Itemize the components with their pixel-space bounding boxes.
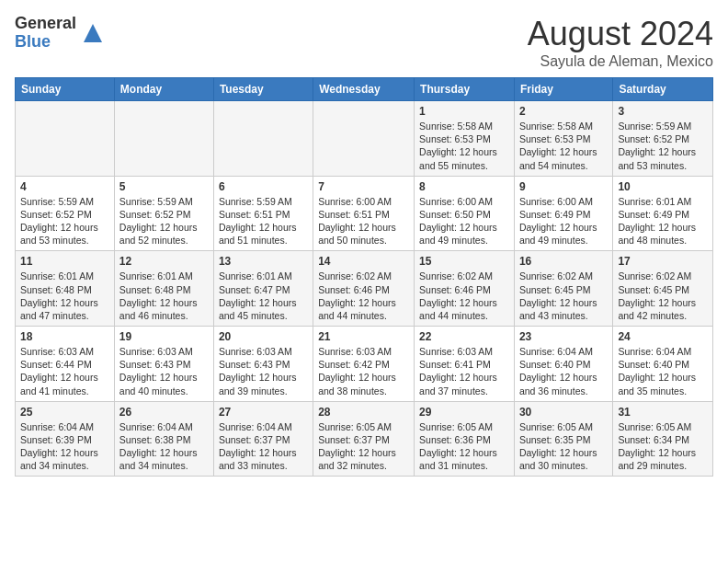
day-number: 30 (519, 406, 608, 419)
logo-text: General Blue (15, 15, 76, 52)
day-cell: 13Sunrise: 6:01 AM Sunset: 6:47 PM Dayli… (213, 251, 313, 327)
day-cell: 19Sunrise: 6:03 AM Sunset: 6:43 PM Dayli… (114, 327, 213, 402)
header-day-sunday: Sunday (16, 78, 115, 101)
week-row-4: 18Sunrise: 6:03 AM Sunset: 6:44 PM Dayli… (16, 327, 713, 402)
day-info: Sunrise: 6:05 AM Sunset: 6:36 PM Dayligh… (419, 421, 497, 472)
week-row-5: 25Sunrise: 6:04 AM Sunset: 6:39 PM Dayli… (16, 401, 713, 477)
day-number: 14 (318, 255, 409, 268)
day-info: Sunrise: 5:58 AM Sunset: 6:53 PM Dayligh… (519, 121, 597, 171)
day-number: 10 (618, 180, 708, 193)
title-area: August 2024 Sayula de Aleman, Mexico (528, 15, 713, 70)
day-info: Sunrise: 6:00 AM Sunset: 6:49 PM Dayligh… (519, 196, 597, 247)
day-cell: 23Sunrise: 6:04 AM Sunset: 6:40 PM Dayli… (514, 327, 612, 402)
day-info: Sunrise: 6:01 AM Sunset: 6:49 PM Dayligh… (618, 196, 696, 247)
day-info: Sunrise: 6:01 AM Sunset: 6:48 PM Dayligh… (20, 270, 98, 321)
day-info: Sunrise: 6:04 AM Sunset: 6:39 PM Dayligh… (20, 421, 98, 472)
day-number: 15 (419, 255, 509, 268)
day-cell: 22Sunrise: 6:03 AM Sunset: 6:41 PM Dayli… (415, 327, 515, 402)
day-info: Sunrise: 6:05 AM Sunset: 6:34 PM Dayligh… (618, 421, 696, 472)
day-info: Sunrise: 6:04 AM Sunset: 6:40 PM Dayligh… (519, 346, 597, 396)
day-cell: 31Sunrise: 6:05 AM Sunset: 6:34 PM Dayli… (613, 401, 713, 477)
header-day-wednesday: Wednesday (313, 78, 415, 101)
month-title: August 2024 (528, 15, 713, 53)
day-number: 7 (318, 180, 409, 193)
day-cell: 6Sunrise: 5:59 AM Sunset: 6:51 PM Daylig… (213, 176, 313, 251)
day-info: Sunrise: 5:58 AM Sunset: 6:53 PM Dayligh… (419, 121, 497, 171)
calendar-header: SundayMondayTuesdayWednesdayThursdayFrid… (16, 78, 713, 101)
day-info: Sunrise: 6:02 AM Sunset: 6:45 PM Dayligh… (519, 270, 597, 321)
day-cell (114, 101, 213, 177)
day-cell: 25Sunrise: 6:04 AM Sunset: 6:39 PM Dayli… (16, 401, 115, 477)
day-info: Sunrise: 6:01 AM Sunset: 6:48 PM Dayligh… (119, 270, 198, 321)
day-info: Sunrise: 6:03 AM Sunset: 6:43 PM Dayligh… (119, 346, 198, 396)
day-info: Sunrise: 5:59 AM Sunset: 6:52 PM Dayligh… (119, 196, 198, 247)
day-info: Sunrise: 6:03 AM Sunset: 6:44 PM Dayligh… (20, 346, 98, 396)
day-cell: 7Sunrise: 6:00 AM Sunset: 6:51 PM Daylig… (313, 176, 415, 251)
day-number: 29 (419, 406, 509, 419)
day-info: Sunrise: 6:05 AM Sunset: 6:37 PM Dayligh… (318, 421, 396, 472)
day-cell (213, 101, 313, 177)
day-info: Sunrise: 5:59 AM Sunset: 6:52 PM Dayligh… (20, 196, 98, 247)
day-info: Sunrise: 6:04 AM Sunset: 6:38 PM Dayligh… (119, 421, 198, 472)
logo-general: General (15, 15, 76, 33)
day-number: 1 (419, 105, 509, 118)
day-cell (16, 101, 115, 177)
day-number: 4 (20, 180, 109, 193)
day-number: 26 (119, 406, 209, 419)
day-cell: 8Sunrise: 6:00 AM Sunset: 6:50 PM Daylig… (415, 176, 515, 251)
day-number: 13 (219, 255, 308, 268)
day-info: Sunrise: 6:04 AM Sunset: 6:40 PM Dayligh… (618, 346, 696, 396)
week-row-2: 4Sunrise: 5:59 AM Sunset: 6:52 PM Daylig… (16, 176, 713, 251)
logo-icon (80, 20, 106, 46)
day-number: 24 (618, 330, 708, 343)
day-cell: 17Sunrise: 6:02 AM Sunset: 6:45 PM Dayli… (613, 251, 713, 327)
day-cell: 15Sunrise: 6:02 AM Sunset: 6:46 PM Dayli… (415, 251, 515, 327)
day-cell: 10Sunrise: 6:01 AM Sunset: 6:49 PM Dayli… (613, 176, 713, 251)
day-number: 17 (618, 255, 708, 268)
day-info: Sunrise: 6:04 AM Sunset: 6:37 PM Dayligh… (219, 421, 297, 472)
day-number: 22 (419, 330, 509, 343)
day-cell: 3Sunrise: 5:59 AM Sunset: 6:52 PM Daylig… (613, 101, 713, 177)
day-number: 8 (419, 180, 509, 193)
week-row-3: 11Sunrise: 6:01 AM Sunset: 6:48 PM Dayli… (16, 251, 713, 327)
day-number: 12 (119, 255, 209, 268)
logo-blue: Blue (15, 33, 76, 52)
day-info: Sunrise: 6:00 AM Sunset: 6:51 PM Dayligh… (318, 196, 396, 247)
day-number: 2 (519, 105, 608, 118)
header-row: SundayMondayTuesdayWednesdayThursdayFrid… (16, 78, 713, 101)
day-info: Sunrise: 6:03 AM Sunset: 6:43 PM Dayligh… (219, 346, 297, 396)
day-info: Sunrise: 5:59 AM Sunset: 6:52 PM Dayligh… (618, 121, 696, 171)
day-number: 9 (519, 180, 608, 193)
day-cell: 26Sunrise: 6:04 AM Sunset: 6:38 PM Dayli… (114, 401, 213, 477)
day-info: Sunrise: 6:01 AM Sunset: 6:47 PM Dayligh… (219, 270, 297, 321)
day-number: 23 (519, 330, 608, 343)
day-cell (313, 101, 415, 177)
day-number: 20 (219, 330, 308, 343)
day-number: 31 (618, 406, 708, 419)
day-info: Sunrise: 6:02 AM Sunset: 6:45 PM Dayligh… (618, 270, 696, 321)
location-title: Sayula de Aleman, Mexico (528, 53, 713, 70)
header-day-tuesday: Tuesday (213, 78, 313, 101)
day-cell: 30Sunrise: 6:05 AM Sunset: 6:35 PM Dayli… (514, 401, 612, 477)
day-number: 3 (618, 105, 708, 118)
day-cell: 14Sunrise: 6:02 AM Sunset: 6:46 PM Dayli… (313, 251, 415, 327)
day-cell: 11Sunrise: 6:01 AM Sunset: 6:48 PM Dayli… (16, 251, 115, 327)
day-cell: 4Sunrise: 5:59 AM Sunset: 6:52 PM Daylig… (16, 176, 115, 251)
day-info: Sunrise: 6:03 AM Sunset: 6:42 PM Dayligh… (318, 346, 396, 396)
day-cell: 9Sunrise: 6:00 AM Sunset: 6:49 PM Daylig… (514, 176, 612, 251)
day-cell: 2Sunrise: 5:58 AM Sunset: 6:53 PM Daylig… (514, 101, 612, 177)
header-day-friday: Friday (514, 78, 612, 101)
calendar-body: 1Sunrise: 5:58 AM Sunset: 6:53 PM Daylig… (16, 101, 713, 477)
svg-marker-0 (84, 24, 102, 42)
day-number: 28 (318, 406, 409, 419)
day-cell: 12Sunrise: 6:01 AM Sunset: 6:48 PM Dayli… (114, 251, 213, 327)
day-number: 16 (519, 255, 608, 268)
day-cell: 27Sunrise: 6:04 AM Sunset: 6:37 PM Dayli… (213, 401, 313, 477)
header-day-saturday: Saturday (613, 78, 713, 101)
header-day-monday: Monday (114, 78, 213, 101)
day-info: Sunrise: 5:59 AM Sunset: 6:51 PM Dayligh… (219, 196, 297, 247)
day-cell: 5Sunrise: 5:59 AM Sunset: 6:52 PM Daylig… (114, 176, 213, 251)
day-number: 11 (20, 255, 109, 268)
logo: General Blue (15, 15, 106, 52)
day-number: 27 (219, 406, 308, 419)
